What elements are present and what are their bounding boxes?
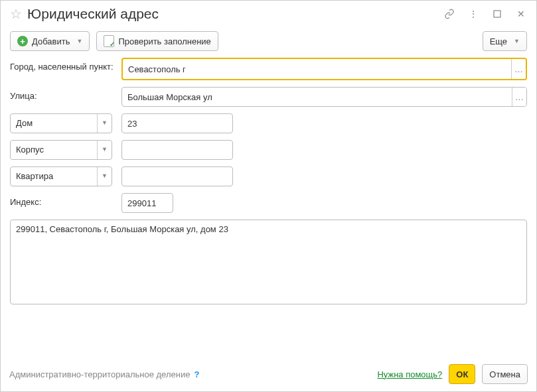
index-input-wrap xyxy=(121,193,173,213)
chevron-down-icon: ▼ xyxy=(76,38,82,44)
chevron-down-icon: ▼ xyxy=(514,38,520,44)
flat-type-value: Квартира xyxy=(11,167,97,186)
toolbar: + Добавить ▼ Проверить заполнение Еще ▼ xyxy=(1,29,536,58)
more-button-label: Еще xyxy=(490,36,507,46)
city-label: Город, населенный пункт: xyxy=(10,58,121,72)
index-input[interactable] xyxy=(122,194,173,212)
chevron-down-icon: ▼ xyxy=(97,141,112,159)
house-input-wrap: … xyxy=(121,113,233,133)
cancel-button[interactable]: Отмена xyxy=(482,364,528,384)
title-actions: ⋮ ✕ xyxy=(443,8,527,20)
flat-input-wrap xyxy=(121,166,233,186)
ok-button[interactable]: ОК xyxy=(449,364,475,384)
city-input[interactable] xyxy=(123,59,511,79)
korpus-type-select[interactable]: Корпус ▼ xyxy=(10,140,112,160)
index-label: Индекс: xyxy=(10,193,121,208)
kebab-menu-icon[interactable]: ⋮ xyxy=(467,8,479,20)
form-area: Город, населенный пункт: … Улица: … Дом … xyxy=(1,58,536,304)
add-button-label: Добавить xyxy=(32,36,70,46)
full-address-value: 299011, Севастополь г, Большая Морская у… xyxy=(16,224,228,234)
help-icon[interactable]: ? xyxy=(194,369,199,379)
check-fill-label: Проверить заполнение xyxy=(118,36,210,46)
admin-division-link[interactable]: Административно-территориальное деление … xyxy=(9,369,199,379)
street-label: Улица: xyxy=(10,87,121,101)
house-type-value: Дом xyxy=(11,114,97,133)
close-icon[interactable]: ✕ xyxy=(515,8,527,20)
city-input-wrap: … xyxy=(121,58,527,80)
maximize-icon[interactable] xyxy=(491,8,503,20)
chevron-down-icon: ▼ xyxy=(97,114,112,133)
street-input-wrap: … xyxy=(121,87,527,107)
link-icon[interactable] xyxy=(443,8,455,20)
house-type-select[interactable]: Дом ▼ xyxy=(10,113,112,133)
window-title: Юридический адрес xyxy=(27,6,443,22)
korpus-input[interactable] xyxy=(122,141,233,159)
svg-rect-0 xyxy=(494,11,500,17)
korpus-input-wrap xyxy=(121,140,233,160)
document-check-icon xyxy=(104,35,114,47)
check-fill-button[interactable]: Проверить заполнение xyxy=(96,31,218,51)
more-button[interactable]: Еще ▼ xyxy=(483,31,527,51)
city-lookup-button[interactable]: … xyxy=(511,59,526,79)
admin-division-label: Административно-территориальное деление xyxy=(9,369,190,379)
house-input[interactable] xyxy=(122,114,233,133)
ok-button-label: ОК xyxy=(456,369,468,379)
street-lookup-button[interactable]: … xyxy=(512,88,526,106)
plus-icon: + xyxy=(17,36,28,46)
cancel-button-label: Отмена xyxy=(489,369,520,379)
favorite-star-icon[interactable]: ☆ xyxy=(10,6,22,22)
titlebar: ☆ Юридический адрес ⋮ ✕ xyxy=(1,1,536,29)
flat-input[interactable] xyxy=(122,167,233,186)
full-address-textarea[interactable]: 299011, Севастополь г, Большая Морская у… xyxy=(10,220,527,304)
need-help-link[interactable]: Нужна помощь? xyxy=(377,369,442,379)
korpus-type-value: Корпус xyxy=(11,141,97,159)
street-input[interactable] xyxy=(122,88,512,106)
flat-type-select[interactable]: Квартира ▼ xyxy=(10,166,112,186)
footer: Административно-территориальное деление … xyxy=(0,356,537,392)
add-button[interactable]: + Добавить ▼ xyxy=(10,31,90,51)
chevron-down-icon: ▼ xyxy=(97,167,112,186)
